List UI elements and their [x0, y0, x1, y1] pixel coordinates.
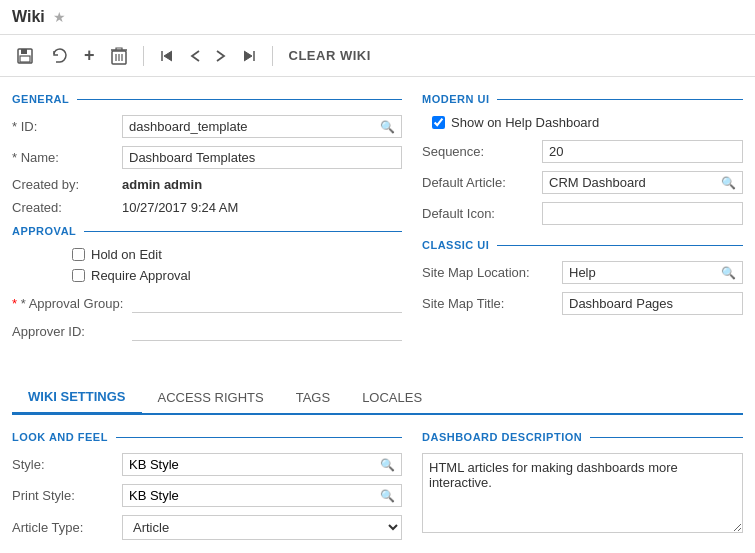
hold-on-edit-checkbox[interactable]	[72, 248, 85, 261]
approval-section: APPROVAL Hold on Edit Require Approval *…	[12, 225, 402, 341]
created-label: Created:	[12, 200, 122, 215]
style-row: Style: 🔍	[12, 453, 402, 476]
prev-icon	[190, 49, 200, 63]
next-icon	[216, 49, 226, 63]
next-button[interactable]	[212, 47, 230, 65]
default-icon-input[interactable]	[543, 203, 742, 224]
first-button[interactable]	[156, 47, 178, 65]
print-style-label: Print Style:	[12, 488, 122, 503]
approval-group-row: * Approval Group:	[12, 293, 402, 313]
favorite-star-icon[interactable]: ★	[53, 9, 66, 25]
site-map-location-search-icon[interactable]: 🔍	[715, 263, 742, 283]
classic-ui-section-title: CLASSIC UI	[422, 239, 743, 251]
name-label: * Name:	[12, 150, 122, 165]
site-map-title-input-wrap	[562, 292, 743, 315]
style-select-wrap: 🔍	[122, 453, 402, 476]
modern-ui-section-title: MODERN UI	[422, 93, 743, 105]
id-row: * ID: 🔍	[12, 115, 402, 138]
article-type-label: Article Type:	[12, 520, 122, 535]
site-map-location-label: Site Map Location:	[422, 265, 562, 280]
id-input[interactable]	[123, 116, 374, 137]
look-and-feel-section: LOOK AND FEEL Style: 🔍 Print Style: 🔍 Ar…	[12, 431, 402, 548]
print-style-row: Print Style: 🔍	[12, 484, 402, 507]
save-icon	[16, 47, 34, 65]
hold-on-edit-label: Hold on Edit	[91, 247, 162, 262]
save-button[interactable]	[12, 45, 38, 67]
toolbar-separator-2	[272, 46, 273, 66]
site-map-title-input[interactable]	[563, 293, 742, 314]
approver-id-label: Approver ID:	[12, 324, 132, 339]
delete-button[interactable]	[107, 45, 131, 67]
site-map-title-row: Site Map Title:	[422, 292, 743, 315]
style-input[interactable]	[123, 454, 374, 475]
left-column: GENERAL * ID: 🔍 * Name: Created by: admi…	[12, 93, 402, 349]
require-approval-label: Require Approval	[91, 268, 191, 283]
site-map-location-input-wrap: 🔍	[562, 261, 743, 284]
style-label: Style:	[12, 457, 122, 472]
created-by-label: Created by:	[12, 177, 122, 192]
tab-locales[interactable]: LOCALES	[346, 381, 438, 413]
id-input-wrap: 🔍	[122, 115, 402, 138]
default-icon-input-wrap	[542, 202, 743, 225]
right-column: MODERN UI Show on Help Dashboard Sequenc…	[422, 93, 743, 349]
tab-access-rights[interactable]: ACCESS RIGHTS	[142, 381, 280, 413]
toolbar: + CLEAR WIKI	[0, 35, 755, 77]
default-article-label: Default Article:	[422, 175, 542, 190]
sequence-input[interactable]	[543, 141, 742, 162]
svg-rect-2	[20, 56, 30, 62]
show-on-help-checkbox[interactable]	[432, 116, 445, 129]
created-by-value: admin admin	[122, 177, 202, 192]
name-input[interactable]	[123, 147, 401, 168]
require-approval-checkbox[interactable]	[72, 269, 85, 282]
add-icon: +	[84, 45, 95, 66]
print-style-input[interactable]	[123, 485, 374, 506]
site-map-location-input[interactable]	[563, 262, 715, 283]
id-search-icon[interactable]: 🔍	[374, 117, 401, 137]
tab-wiki-settings[interactable]: WIKI SETTINGS	[12, 381, 142, 415]
add-button[interactable]: +	[80, 43, 99, 68]
look-and-feel-title: LOOK AND FEEL	[12, 431, 402, 443]
approval-group-input[interactable]	[132, 293, 402, 313]
default-article-input[interactable]	[543, 172, 715, 193]
created-by-row: Created by: admin admin	[12, 177, 402, 192]
header: Wiki ★	[0, 0, 755, 35]
article-type-row: Article Type: Article FAQ How-to	[12, 515, 402, 540]
prev-button[interactable]	[186, 47, 204, 65]
tab-tags[interactable]: TAGS	[280, 381, 346, 413]
style-search-icon[interactable]: 🔍	[374, 455, 401, 475]
first-icon	[160, 49, 174, 63]
approval-group-label: * Approval Group:	[12, 296, 132, 311]
print-style-search-icon[interactable]: 🔍	[374, 486, 401, 506]
general-section-title: GENERAL	[12, 93, 402, 105]
last-icon	[242, 49, 256, 63]
tabs-bar: WIKI SETTINGS ACCESS RIGHTS TAGS LOCALES	[12, 381, 743, 415]
site-map-location-row: Site Map Location: 🔍	[422, 261, 743, 284]
hold-on-edit-row: Hold on Edit	[12, 247, 402, 262]
delete-icon	[111, 47, 127, 65]
dashboard-description-textarea[interactable]: HTML articles for making dashboards more…	[422, 453, 743, 533]
undo-icon	[50, 47, 68, 65]
approver-id-input[interactable]	[132, 321, 402, 341]
default-icon-row: Default Icon:	[422, 202, 743, 225]
default-article-search-icon[interactable]: 🔍	[715, 173, 742, 193]
show-on-help-label: Show on Help Dashboard	[451, 115, 599, 130]
print-style-select-wrap: 🔍	[122, 484, 402, 507]
clear-wiki-button[interactable]: CLEAR WIKI	[289, 48, 371, 63]
dashboard-description-section: DASHBOARD DESCRIPTION HTML articles for …	[422, 431, 743, 548]
sequence-row: Sequence:	[422, 140, 743, 163]
undo-button[interactable]	[46, 45, 72, 67]
sequence-input-wrap	[542, 140, 743, 163]
tab-content: LOOK AND FEEL Style: 🔍 Print Style: 🔍 Ar…	[0, 415, 755, 553]
name-input-wrap	[122, 146, 402, 169]
default-article-row: Default Article: 🔍	[422, 171, 743, 194]
created-row: Created: 10/27/2017 9:24 AM	[12, 200, 402, 215]
show-on-help-row: Show on Help Dashboard	[422, 115, 743, 130]
last-button[interactable]	[238, 47, 260, 65]
site-map-title-label: Site Map Title:	[422, 296, 562, 311]
default-article-input-wrap: 🔍	[542, 171, 743, 194]
require-approval-row: Require Approval	[12, 268, 402, 283]
svg-rect-1	[21, 49, 27, 54]
dashboard-description-title: DASHBOARD DESCRIPTION	[422, 431, 743, 443]
article-type-select[interactable]: Article FAQ How-to	[122, 515, 402, 540]
approver-id-row: Approver ID:	[12, 321, 402, 341]
